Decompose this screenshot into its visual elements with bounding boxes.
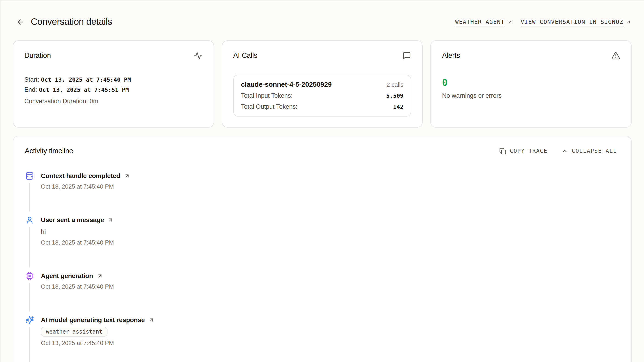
input-tokens-row: Total Input Tokens: 5,509 [241,92,403,99]
page-header: Conversation details WEATHER AGENT VIEW … [0,0,644,40]
copy-trace-button[interactable]: COPY TRACE [499,148,548,154]
external-link-icon [507,19,512,24]
page: Conversation details WEATHER AGENT VIEW … [0,0,644,362]
arrow-left-icon [16,18,24,26]
back-button[interactable] [16,17,25,26]
collapse-all-button[interactable]: COLLAPSE ALL [561,148,617,154]
sparkles-icon [25,315,34,324]
copy-icon [499,148,506,154]
conversation-duration-value: 0m [90,98,98,105]
open-span-icon[interactable] [108,217,114,223]
chevron-up-icon [561,148,568,154]
timeline-item-timestamp: Oct 13, 2025 at 7:45:40 PM [41,283,620,290]
cpu-icon [25,271,34,280]
open-span-icon[interactable] [124,173,130,179]
duration-card: Duration Start:Oct 13, 2025 at 7:45:40 P… [13,40,214,128]
timeline-item-timestamp: Oct 13, 2025 at 7:45:40 PM [41,239,620,246]
end-value: Oct 13, 2025 at 7:45:51 PM [39,86,129,93]
input-tokens-value: 5,509 [386,92,403,99]
output-tokens-row: Total Output Tokens: 142 [241,103,403,110]
activity-timeline-title: Activity timeline [25,147,73,155]
collapse-all-label: COLLAPSE ALL [572,148,617,154]
alerts-count: 0 [442,77,620,89]
conversation-duration-label: Conversation Duration: [24,98,88,105]
timeline-item-ai-text-response: AI model generating text response weathe… [25,315,620,362]
output-tokens-value: 142 [393,103,404,110]
timeline-item-title: AI model generating text response [41,316,145,324]
weather-agent-link[interactable]: WEATHER AGENT [455,18,512,25]
timeline-item-timestamp: Oct 13, 2025 at 7:45:40 PM [41,339,620,347]
timeline-list: Context handle completed Oct 13, 2025 at… [25,171,620,362]
timeline-item-agent-generation: Agent generation Oct 13, 2025 at 7:45:40… [25,271,620,315]
activity-icon [194,51,202,60]
database-icon [25,171,34,180]
activity-timeline-card: Activity timeline COPY TRACE COLLAPSE AL… [13,136,632,362]
ai-calls-card: AI Calls claude-sonnet-4-5-20250929 2 ca… [222,40,422,128]
end-time-row: End:Oct 13, 2025 at 7:45:51 PM [24,85,202,95]
model-usage-card: claude-sonnet-4-5-20250929 2 calls Total… [233,75,411,117]
duration-card-title: Duration [24,51,51,60]
timeline-item-title: Context handle completed [41,172,120,180]
open-span-icon[interactable] [97,273,103,279]
model-call-count: 2 calls [386,81,404,88]
timeline-item-body: hi [41,227,620,236]
header-links: WEATHER AGENT VIEW CONVERSATION IN SIGNO… [455,18,631,25]
alerts-card-title: Alerts [442,51,460,60]
view-conversation-in-signoz-link[interactable]: VIEW CONVERSATION IN SIGNOZ [521,18,631,25]
view-conversation-link-label: VIEW CONVERSATION IN SIGNOZ [521,18,623,25]
start-value: Oct 13, 2025 at 7:45:40 PM [41,76,131,83]
model-name: claude-sonnet-4-5-20250929 [241,80,332,88]
external-link-icon [626,19,631,24]
alerts-message: No warnings or errors [442,92,620,99]
ai-calls-card-title: AI Calls [233,51,257,60]
timeline-item-timestamp: Oct 13, 2025 at 7:45:40 PM [41,182,620,190]
timeline-item-user-message: User sent a message hi Oct 13, 2025 at 7… [25,215,620,271]
message-square-icon [402,51,411,60]
summary-cards: Duration Start:Oct 13, 2025 at 7:45:40 P… [0,40,644,128]
triangle-alert-icon [612,51,620,60]
conversation-duration-row: Conversation Duration:0m [24,96,202,106]
agent-name-badge: weather-assistant [41,327,108,337]
timeline-item-context-handle: Context handle completed Oct 13, 2025 at… [25,171,620,215]
open-span-icon[interactable] [148,317,154,323]
weather-agent-link-label: WEATHER AGENT [455,18,504,25]
alerts-card: Alerts 0 No warnings or errors [431,40,632,128]
copy-trace-label: COPY TRACE [510,148,548,154]
timeline-item-title: User sent a message [41,216,104,223]
page-title: Conversation details [31,16,112,27]
start-label: Start: [24,76,39,83]
user-icon [25,215,34,224]
input-tokens-label: Total Input Tokens: [241,92,292,99]
timeline-item-title: Agent generation [41,272,93,279]
end-label: End: [24,86,37,93]
output-tokens-label: Total Output Tokens: [241,103,298,110]
start-time-row: Start:Oct 13, 2025 at 7:45:40 PM [24,75,202,85]
